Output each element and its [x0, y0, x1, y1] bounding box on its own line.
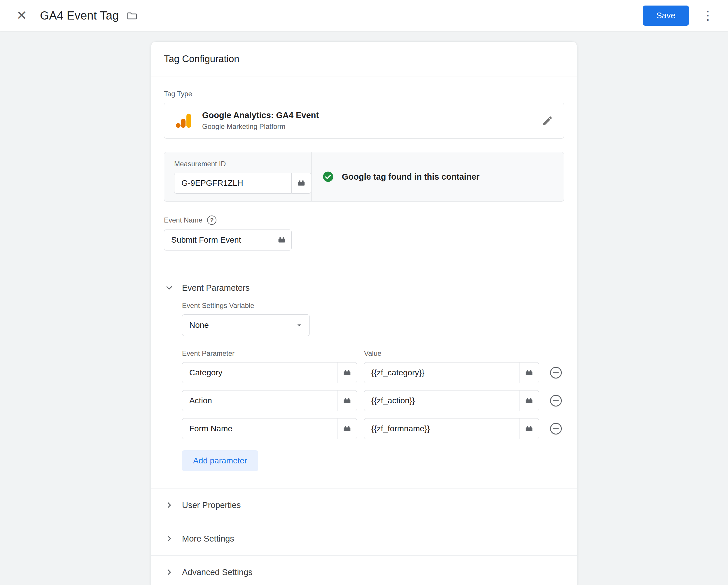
variable-brick-icon [524, 396, 534, 406]
parameter-variable-picker-button[interactable] [337, 390, 357, 411]
save-button[interactable]: Save [643, 5, 689, 26]
measurement-id-panel: Measurement ID [164, 152, 564, 202]
variable-brick-icon [524, 424, 534, 434]
event-name-input-group [164, 230, 292, 250]
event-settings-variable-label: Event Settings Variable [182, 301, 564, 310]
minus-circle-icon [549, 422, 563, 436]
parameter-name-input[interactable] [182, 362, 337, 383]
user-properties-title: User Properties [182, 500, 241, 510]
chevron-down-icon [164, 283, 175, 293]
parameter-row [182, 418, 564, 439]
google-tag-status-text: Google tag found in this container [342, 172, 479, 182]
event-name-label-row: Event Name ? [164, 215, 564, 225]
parameter-value-group [364, 390, 539, 411]
more-settings-title: More Settings [182, 534, 234, 543]
tag-type-name: Google Analytics: GA4 Event [202, 110, 319, 120]
variable-brick-icon [524, 368, 534, 378]
user-properties-toggle[interactable]: User Properties [151, 488, 577, 522]
close-icon[interactable]: ✕ [16, 9, 27, 22]
measurement-id-input-group [174, 172, 311, 194]
variable-brick-icon [277, 235, 287, 245]
main-content: Tag Configuration Tag Type Google Analyt… [0, 31, 728, 585]
tag-configuration-body: Tag Type Google Analytics: GA4 Event Goo… [151, 76, 577, 271]
tag-type-text: Google Analytics: GA4 Event Google Marke… [202, 110, 319, 131]
event-name-variable-picker-button[interactable] [272, 230, 292, 250]
parameter-name-group [182, 390, 357, 411]
value-variable-picker-button[interactable] [519, 390, 539, 411]
parameter-variable-picker-button[interactable] [337, 362, 357, 383]
parameter-name-group [182, 362, 357, 383]
value-variable-picker-button[interactable] [519, 418, 539, 439]
pencil-icon [542, 115, 553, 127]
minus-circle-icon [549, 366, 563, 380]
parameter-name-input[interactable] [182, 418, 337, 439]
help-icon[interactable]: ? [207, 215, 216, 225]
more-settings-toggle[interactable]: More Settings [151, 522, 577, 555]
parameter-value-group [364, 362, 539, 383]
parameter-column-headers: Event Parameter Value [182, 349, 564, 357]
event-name-input[interactable] [164, 230, 272, 250]
event-name-block: Event Name ? [164, 215, 564, 271]
variable-brick-icon [342, 424, 352, 434]
header-bar: ✕ GA4 Event Tag Save ⋮ [0, 0, 728, 31]
variable-brick-icon [342, 368, 352, 378]
event-settings-variable-select[interactable]: None [182, 314, 310, 336]
tag-configuration-title: Tag Configuration [164, 53, 564, 64]
parameter-variable-picker-button[interactable] [337, 418, 357, 439]
remove-parameter-button[interactable] [549, 366, 563, 380]
parameter-value-group [364, 418, 539, 439]
tag-configuration-header: Tag Configuration [151, 42, 577, 76]
parameter-row [182, 390, 564, 411]
remove-parameter-button[interactable] [549, 422, 563, 436]
chevron-right-icon [164, 500, 175, 510]
measurement-id-label: Measurement ID [174, 160, 311, 168]
advanced-settings-toggle[interactable]: Advanced Settings [151, 556, 577, 585]
add-parameter-button[interactable]: Add parameter [182, 450, 258, 471]
measurement-id-variable-picker-button[interactable] [291, 172, 311, 194]
event-parameters-toggle[interactable]: Event Parameters [151, 271, 577, 301]
event-parameter-column-label: Event Parameter [182, 349, 364, 357]
measurement-id-field-block: Measurement ID [174, 160, 311, 194]
tag-type-platform: Google Marketing Platform [202, 123, 319, 131]
parameter-name-input[interactable] [182, 390, 337, 411]
remove-parameter-button[interactable] [549, 394, 563, 408]
event-name-label: Event Name [164, 216, 202, 224]
parameter-value-input[interactable] [364, 390, 519, 411]
variable-brick-icon [342, 396, 352, 406]
folder-icon[interactable] [127, 10, 138, 21]
green-check-icon [322, 170, 334, 183]
parameter-value-input[interactable] [364, 362, 519, 383]
chevron-right-icon [164, 567, 175, 577]
parameter-value-input[interactable] [364, 418, 519, 439]
parameter-name-group [182, 418, 357, 439]
edit-tag-type-button[interactable] [542, 115, 553, 127]
kebab-menu-icon[interactable]: ⋮ [702, 9, 714, 22]
measurement-id-input[interactable] [174, 172, 291, 194]
tag-type-box[interactable]: Google Analytics: GA4 Event Google Marke… [164, 103, 564, 138]
advanced-settings-title: Advanced Settings [182, 567, 253, 577]
tag-type-label: Tag Type [164, 90, 564, 98]
event-settings-variable-value: None [189, 320, 209, 330]
tag-configuration-card: Tag Configuration Tag Type Google Analyt… [151, 42, 577, 585]
value-column-label: Value [364, 349, 382, 357]
minus-circle-icon [549, 394, 563, 408]
chevron-right-icon [164, 534, 175, 543]
dropdown-arrow-icon [295, 321, 304, 329]
parameter-row [182, 362, 564, 383]
event-parameters-content: Event Settings Variable None Event Param… [151, 301, 577, 488]
ga4-analytics-icon [175, 112, 192, 129]
google-tag-status: Google tag found in this container [312, 170, 479, 183]
variable-brick-icon [296, 178, 306, 188]
page-title: GA4 Event Tag [40, 9, 119, 22]
event-parameters-title: Event Parameters [182, 283, 250, 293]
value-variable-picker-button[interactable] [519, 362, 539, 383]
event-parameters-section: Event Parameters Event Settings Variable… [151, 271, 577, 488]
